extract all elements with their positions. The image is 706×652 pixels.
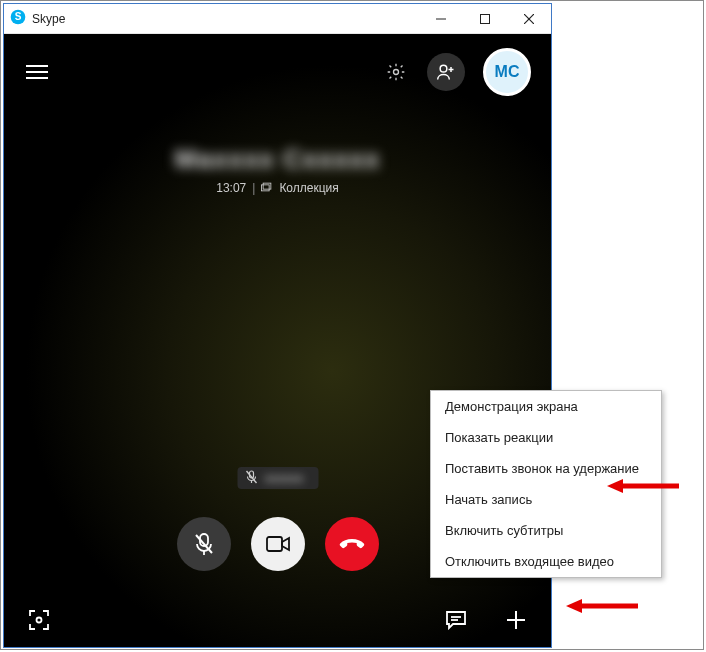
call-controls	[177, 517, 379, 571]
collection-icon	[261, 181, 273, 195]
separator: |	[252, 181, 255, 195]
avatar[interactable]: MC	[483, 48, 531, 96]
annotation-arrow-recording	[607, 477, 679, 495]
skype-logo-icon: S	[10, 9, 26, 29]
participant-muted-badge: xxxxxx	[237, 467, 318, 489]
chat-button[interactable]	[443, 607, 469, 633]
more-actions-button[interactable]	[503, 607, 529, 633]
svg-rect-14	[264, 183, 272, 189]
title-left: S Skype	[4, 9, 419, 29]
bottom-right-controls	[443, 607, 529, 633]
window-title: Skype	[32, 12, 65, 26]
muted-label: xxxxxx	[265, 472, 304, 484]
svg-text:S: S	[15, 11, 22, 22]
close-button[interactable]	[507, 5, 551, 33]
svg-rect-13	[262, 185, 270, 191]
annotation-arrow-plus	[566, 597, 638, 615]
video-button[interactable]	[251, 517, 305, 571]
menu-disable-incoming-video[interactable]: Отключить входящее видео	[431, 546, 661, 577]
window-controls	[419, 5, 551, 33]
settings-button[interactable]	[383, 59, 409, 85]
menu-button[interactable]	[24, 59, 50, 85]
call-time: 13:07	[216, 181, 246, 195]
caller-name: Maxxxx Cxxxxx	[4, 144, 551, 175]
top-right-controls: MC	[383, 48, 531, 96]
minimize-button[interactable]	[419, 5, 463, 33]
fullscreen-button[interactable]	[26, 607, 52, 633]
svg-marker-30	[566, 599, 582, 613]
caller-subline: 13:07 | Коллекция	[216, 181, 339, 195]
svg-point-10	[440, 65, 447, 72]
menu-show-reactions[interactable]: Показать реакции	[431, 422, 661, 453]
call-status: Коллекция	[279, 181, 338, 195]
svg-point-22	[37, 618, 42, 623]
menu-enable-subtitles[interactable]: Включить субтитры	[431, 515, 661, 546]
svg-marker-28	[607, 479, 623, 493]
bottom-toolbar	[4, 607, 551, 633]
add-participant-button[interactable]	[427, 53, 465, 91]
hangup-button[interactable]	[325, 517, 379, 571]
svg-point-9	[394, 70, 399, 75]
svg-rect-21	[267, 537, 282, 551]
menu-share-screen[interactable]: Демонстрация экрана	[431, 391, 661, 422]
top-toolbar: MC	[4, 34, 551, 96]
svg-rect-3	[481, 14, 490, 23]
mute-button[interactable]	[177, 517, 231, 571]
maximize-button[interactable]	[463, 5, 507, 33]
avatar-initials: MC	[495, 63, 520, 81]
caller-info: Maxxxx Cxxxxx 13:07 | Коллекция	[4, 144, 551, 196]
titlebar: S Skype	[4, 4, 551, 34]
mic-muted-icon	[245, 470, 257, 486]
